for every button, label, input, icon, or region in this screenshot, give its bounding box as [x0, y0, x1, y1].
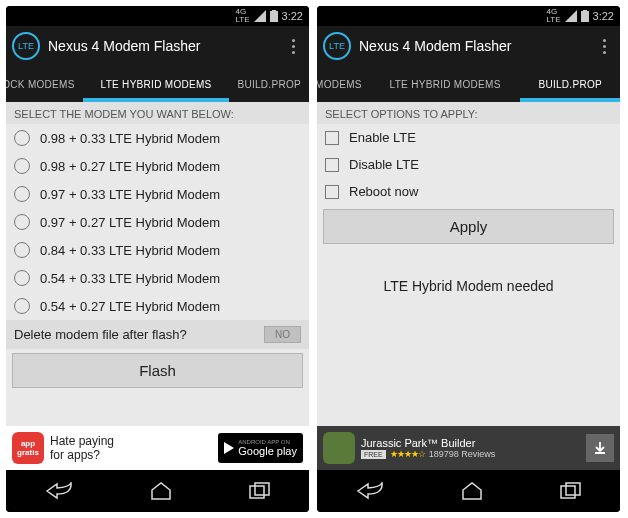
ad-line2: for apps? [50, 448, 212, 462]
svg-rect-0 [270, 11, 278, 22]
free-badge: FREE [361, 450, 386, 459]
modem-option[interactable]: 0.97 + 0.33 LTE Hybrid Modem [6, 180, 309, 208]
content-area: SELECT OPTIONS TO APPLY: Enable LTE Disa… [317, 102, 620, 470]
badge-label: Google play [238, 445, 297, 457]
app-title: Nexus 4 Modem Flasher [359, 38, 586, 54]
svg-text:LTE: LTE [18, 41, 34, 51]
svg-rect-1 [272, 10, 276, 11]
home-icon[interactable] [461, 482, 483, 500]
back-icon[interactable] [45, 482, 73, 500]
radio-icon [14, 214, 30, 230]
checkbox-icon [325, 185, 339, 199]
radio-icon [14, 158, 30, 174]
checkbox-icon [325, 158, 339, 172]
tab-bar: MODEMS LTE HYBRID MODEMS BUILD.PROP [317, 66, 620, 102]
modem-option[interactable]: 0.54 + 0.33 LTE Hybrid Modem [6, 264, 309, 292]
section-header: SELECT OPTIONS TO APPLY: [317, 102, 620, 124]
delete-after-flash-row: Delete modem file after flash? NO [6, 320, 309, 349]
modem-label: 0.97 + 0.27 LTE Hybrid Modem [40, 215, 220, 230]
svg-text:LTE: LTE [329, 41, 345, 51]
ad-title: Jurassic Park™ Builder [361, 437, 580, 449]
clock: 3:22 [282, 10, 303, 22]
tab-build-prop[interactable]: BUILD.PROP [229, 66, 309, 102]
svg-rect-10 [561, 486, 575, 498]
section-header: SELECT THE MODEM YOU WANT BELOW: [6, 102, 309, 124]
battery-icon [581, 10, 589, 22]
overflow-menu-icon[interactable] [283, 39, 303, 54]
radio-icon [14, 270, 30, 286]
ad-banner[interactable]: Jurassic Park™ Builder FREE ★★★★☆ 189798… [317, 426, 620, 470]
download-icon [593, 441, 607, 455]
delete-toggle[interactable]: NO [264, 326, 301, 343]
option-disable-lte[interactable]: Disable LTE [317, 151, 620, 178]
tab-modems[interactable]: MODEMS [317, 66, 370, 102]
battery-icon [270, 10, 278, 22]
recents-icon[interactable] [249, 482, 271, 500]
modem-option[interactable]: 0.98 + 0.33 LTE Hybrid Modem [6, 124, 309, 152]
clock: 3:22 [593, 10, 614, 22]
phone-right: 4G LTE 3:22 LTE Nexus 4 Modem Flasher MO… [317, 6, 620, 512]
ad-app-icon [323, 432, 355, 464]
tab-stock-modems[interactable]: TOCK MODEMS [6, 66, 83, 102]
modem-option[interactable]: 0.54 + 0.27 LTE Hybrid Modem [6, 292, 309, 320]
option-reboot-now[interactable]: Reboot now [317, 178, 620, 205]
action-bar: LTE Nexus 4 Modem Flasher [6, 26, 309, 66]
overflow-menu-icon[interactable] [594, 39, 614, 54]
svg-rect-11 [566, 483, 580, 495]
svg-rect-4 [250, 486, 264, 498]
flash-button[interactable]: Flash [12, 353, 303, 388]
modem-label: 0.54 + 0.27 LTE Hybrid Modem [40, 299, 220, 314]
modem-label: 0.98 + 0.27 LTE Hybrid Modem [40, 159, 220, 174]
status-bar: 4G LTE 3:22 [6, 6, 309, 26]
option-label: Reboot now [349, 184, 418, 199]
modem-option[interactable]: 0.97 + 0.27 LTE Hybrid Modem [6, 208, 309, 236]
tab-lte-hybrid-modems[interactable]: LTE HYBRID MODEMS [83, 66, 230, 102]
radio-icon [14, 298, 30, 314]
action-bar: LTE Nexus 4 Modem Flasher [317, 26, 620, 66]
review-count: 189798 Reviews [429, 449, 496, 459]
modem-option[interactable]: 0.84 + 0.33 LTE Hybrid Modem [6, 236, 309, 264]
apply-button[interactable]: Apply [323, 209, 614, 244]
google-play-badge[interactable]: ANDROID APP ON Google play [218, 433, 303, 463]
svg-rect-5 [255, 483, 269, 495]
app-title: Nexus 4 Modem Flasher [48, 38, 275, 54]
star-rating: ★★★★☆ [390, 449, 425, 459]
radio-icon [14, 130, 30, 146]
app-icon: LTE [323, 32, 351, 60]
option-enable-lte[interactable]: Enable LTE [317, 124, 620, 151]
modem-label: 0.84 + 0.33 LTE Hybrid Modem [40, 243, 220, 258]
app-icon: LTE [12, 32, 40, 60]
delete-label: Delete modem file after flash? [14, 327, 187, 342]
svg-rect-6 [581, 11, 589, 22]
svg-rect-7 [583, 10, 587, 11]
radio-icon [14, 186, 30, 202]
phone-left: 4G LTE 3:22 LTE Nexus 4 Modem Flasher TO… [6, 6, 309, 512]
radio-icon [14, 242, 30, 258]
modem-label: 0.98 + 0.33 LTE Hybrid Modem [40, 131, 220, 146]
signal-icon [565, 10, 577, 22]
checkbox-icon [325, 131, 339, 145]
modem-option[interactable]: 0.98 + 0.27 LTE Hybrid Modem [6, 152, 309, 180]
signal-icon [254, 10, 266, 22]
ad-banner[interactable]: app gratis Hate paying for apps? ANDROID… [6, 426, 309, 470]
home-icon[interactable] [150, 482, 172, 500]
recents-icon[interactable] [560, 482, 582, 500]
status-bar: 4G LTE 3:22 [317, 6, 620, 26]
content-area: SELECT THE MODEM YOU WANT BELOW: 0.98 + … [6, 102, 309, 470]
download-button[interactable] [586, 434, 614, 462]
option-label: Enable LTE [349, 130, 416, 145]
back-icon[interactable] [356, 482, 384, 500]
modem-label: 0.97 + 0.33 LTE Hybrid Modem [40, 187, 220, 202]
tab-build-prop[interactable]: BUILD.PROP [520, 66, 620, 102]
tab-bar: TOCK MODEMS LTE HYBRID MODEMS BUILD.PROP [6, 66, 309, 102]
nav-bar [6, 470, 309, 512]
tab-lte-hybrid-modems[interactable]: LTE HYBRID MODEMS [370, 66, 521, 102]
ad-line1: Hate paying [50, 434, 212, 448]
option-label: Disable LTE [349, 157, 419, 172]
modem-label: 0.54 + 0.33 LTE Hybrid Modem [40, 271, 220, 286]
nav-bar [317, 470, 620, 512]
network-indicator: 4G LTE [236, 8, 250, 24]
ad-app-icon: app gratis [12, 432, 44, 464]
play-icon [224, 442, 234, 454]
network-indicator: 4G LTE [547, 8, 561, 24]
